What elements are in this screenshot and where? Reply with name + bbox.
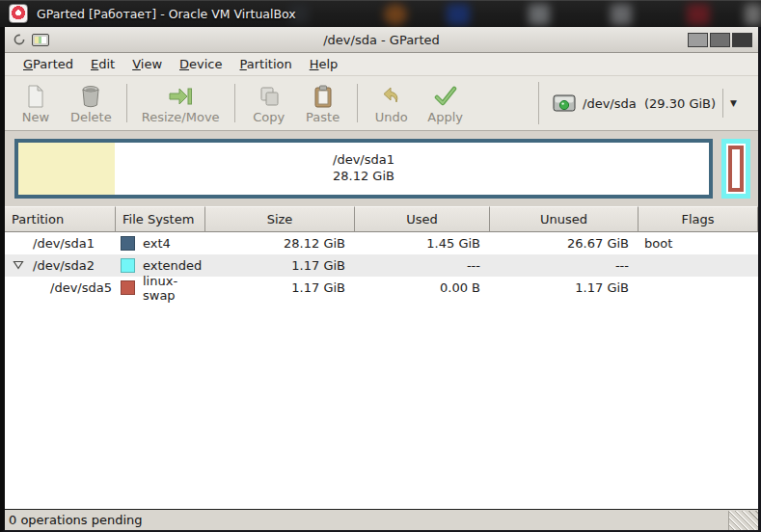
partition-bar-label: /dev/sda1 28.12 GiB <box>18 143 709 195</box>
used-cell: --- <box>355 254 490 277</box>
copy-icon <box>258 84 280 109</box>
size-cell: 1.17 GiB <box>205 277 355 299</box>
partition-cell: /dev/sda2 <box>5 254 116 277</box>
table-row-sda5[interactable]: /dev/sda5 linux-swap 1.17 GiB 0.00 B 1.1… <box>5 277 758 299</box>
partition-cell: /dev/sda1 <box>5 232 116 254</box>
menu-help[interactable]: Help <box>301 55 347 73</box>
device-selector[interactable]: /dev/sda (29.30 GiB) ▼ <box>549 85 747 121</box>
partition-bar-name: /dev/sda1 <box>333 152 394 169</box>
resize-move-button[interactable]: Resize/Move <box>134 81 228 126</box>
toolbar-separator <box>357 84 358 122</box>
maximize-button[interactable] <box>710 33 730 47</box>
close-button[interactable] <box>732 33 752 47</box>
header-file-system: File System <box>116 206 205 232</box>
resize-grip[interactable] <box>728 511 758 530</box>
vm-screen: /dev/sda - GParted GParted Edit View Dev… <box>0 27 761 532</box>
used-cell: 1.45 GiB <box>355 232 490 254</box>
filesystem-cell: ext4 <box>116 232 205 254</box>
undo-button[interactable]: Undo <box>365 81 419 126</box>
linux-swap-color-swatch <box>121 280 135 295</box>
menu-edit[interactable]: Edit <box>82 55 123 73</box>
header-partition: Partition <box>5 206 116 232</box>
harddisk-icon <box>553 94 576 112</box>
table-header-row: Partition File System Size Used Unused F… <box>5 206 758 232</box>
partition-bar-sda1[interactable]: /dev/sda1 28.12 GiB <box>14 139 713 199</box>
gparted-window: /dev/sda - GParted GParted Edit View Dev… <box>5 27 758 530</box>
ext4-color-swatch <box>121 236 135 251</box>
extended-color-swatch <box>121 258 135 273</box>
partition-cell: /dev/sda5 <box>5 277 116 299</box>
gparted-titlebar[interactable]: /dev/sda - GParted <box>5 27 758 53</box>
chevron-down-icon: ▼ <box>730 98 737 108</box>
partition-table: /dev/sda1 ext4 28.12 GiB 1.45 GiB 26.67 … <box>5 232 758 509</box>
paste-clipboard-icon <box>313 84 333 109</box>
device-selector-label: /dev/sda (29.30 GiB) <box>583 96 716 111</box>
header-flags: Flags <box>639 206 758 232</box>
menu-gparted[interactable]: GParted <box>14 55 82 73</box>
resize-move-arrow-icon <box>168 84 193 109</box>
pending-operations-text: 0 operations pending <box>5 513 143 527</box>
gparted-app-icon <box>32 34 49 46</box>
statusbar: 0 operations pending <box>5 509 758 530</box>
partition-bar-swap[interactable] <box>728 146 744 192</box>
copy-button[interactable]: Copy <box>242 81 296 126</box>
combo-separator <box>722 89 723 118</box>
partition-bar-size: 28.12 GiB <box>333 169 394 185</box>
paste-button[interactable]: Paste <box>296 81 350 126</box>
unused-cell: 1.17 GiB <box>490 277 639 299</box>
new-document-icon <box>26 84 45 109</box>
disk-visual-area: /dev/sda1 28.12 GiB <box>5 131 758 206</box>
flags-cell <box>639 254 758 277</box>
apply-button[interactable]: Apply <box>419 81 473 126</box>
expander-icon[interactable] <box>13 259 24 271</box>
toolbar-separator <box>126 84 127 122</box>
partition-bar-extended[interactable] <box>721 139 750 199</box>
toolbar-separator <box>538 82 539 124</box>
header-size: Size <box>205 206 355 232</box>
header-unused: Unused <box>490 206 639 232</box>
vm-window-title: GParted [Работает] - Oracle VM VirtualBo… <box>37 7 296 21</box>
menu-partition[interactable]: Partition <box>231 55 301 73</box>
trash-icon <box>80 84 101 109</box>
unused-cell: --- <box>490 254 639 277</box>
delete-button[interactable]: Delete <box>63 81 120 126</box>
flags-cell <box>639 277 758 299</box>
new-button[interactable]: New <box>9 81 63 126</box>
size-cell: 28.12 GiB <box>205 232 355 254</box>
used-cell: 0.00 B <box>355 277 490 299</box>
filesystem-cell: linux-swap <box>116 277 205 299</box>
minimize-button[interactable] <box>688 33 708 47</box>
gparted-window-title: /dev/sda - GParted <box>5 33 758 47</box>
menu-view[interactable]: View <box>123 55 171 73</box>
unused-cell: 26.67 GiB <box>490 232 639 254</box>
size-cell: 1.17 GiB <box>205 254 355 277</box>
menubar: GParted Edit View Device Partition Help <box>5 53 758 76</box>
flags-cell: boot <box>639 232 758 254</box>
apply-check-icon <box>434 84 457 109</box>
table-row-sda2[interactable]: /dev/sda2 extended 1.17 GiB --- --- <box>5 254 758 277</box>
virtualbox-icon <box>9 4 28 23</box>
busy-cursor-icon <box>13 33 26 46</box>
table-row-sda1[interactable]: /dev/sda1 ext4 28.12 GiB 1.45 GiB 26.67 … <box>5 232 758 254</box>
vm-window-titlebar[interactable]: GParted [Работает] - Oracle VM VirtualBo… <box>0 0 761 28</box>
toolbar-separator <box>234 84 235 122</box>
header-used: Used <box>355 206 490 232</box>
toolbar: New Delete Resize/Move <box>5 76 758 131</box>
undo-arrow-icon <box>381 84 402 109</box>
menu-device[interactable]: Device <box>171 55 231 73</box>
